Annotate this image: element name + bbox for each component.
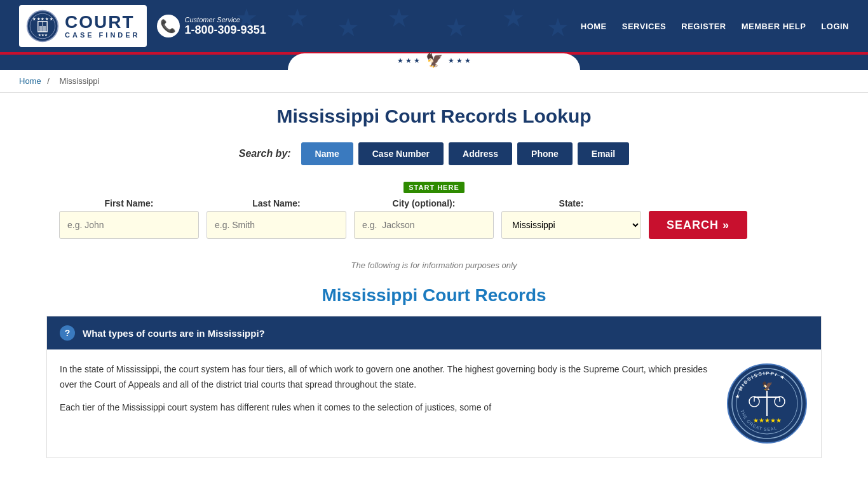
breadcrumb-home[interactable]: Home — [19, 76, 41, 86]
svg-text:★ ★ ★ ★ ★: ★ ★ ★ ★ ★ — [32, 17, 53, 21]
site-logo[interactable]: ★ ★ ★ ★ ★ ★ ★ ★ COURT CASE FINDER — [19, 5, 147, 47]
tab-address[interactable]: Address — [449, 142, 512, 165]
state-label: State: — [501, 198, 641, 208]
accordion-paragraph-2: Each tier of the Mississippi court syste… — [60, 400, 713, 416]
accordion-body-courts: In the state of Mississippi, the court s… — [47, 349, 821, 458]
bg-star-3: ★ — [337, 13, 360, 42]
state-select[interactable]: Mississippi AlabamaAlaskaArizona Arkansa… — [501, 211, 641, 239]
bg-star-5: ★ — [445, 13, 468, 42]
nav-member-help[interactable]: MEMBER HELP — [742, 22, 806, 31]
bg-star-7: ★ — [546, 13, 569, 42]
svg-text:★ ★ ★: ★ ★ ★ — [38, 33, 48, 37]
main-content: Mississippi Court Records Lookup Search … — [27, 93, 841, 471]
city-group: City (optional): — [354, 198, 494, 239]
bg-star-2: ★ — [286, 3, 309, 32]
state-group: State: Mississippi AlabamaAlaskaArizona … — [501, 198, 641, 239]
eagle-icon: 🦅 — [426, 52, 443, 69]
phone-icon: 📞 — [157, 15, 180, 37]
main-nav: HOME SERVICES REGISTER MEMBER HELP LOGIN — [581, 22, 849, 31]
tab-email[interactable]: Email — [578, 142, 629, 165]
accordion-header-courts[interactable]: ? What types of courts are in Mississipp… — [47, 316, 821, 349]
search-by-row: Search by: Name Case Number Address Phon… — [46, 142, 822, 165]
svg-rect-6 — [43, 26, 46, 32]
svg-rect-5 — [39, 26, 43, 32]
bg-star-4: ★ — [388, 3, 410, 32]
first-name-input[interactable] — [59, 211, 199, 239]
stars-right: ★ ★ ★ — [448, 57, 471, 65]
header-left: ★ ★ ★ ★ ★ ★ ★ ★ COURT CASE FINDER 📞 Cust… — [19, 5, 266, 47]
svg-text:★★★★★: ★★★★★ — [753, 417, 782, 424]
nav-login[interactable]: LOGIN — [821, 22, 849, 31]
tab-name[interactable]: Name — [301, 142, 353, 165]
mississippi-seal: ★ MISSISSIPPI ★ 🦅 ★★★★★ THE GREAT SEAL — [726, 362, 808, 445]
bg-star-6: ★ — [502, 3, 525, 32]
arch-bar: ★ ★ ★ 🦅 ★ ★ ★ — [0, 52, 868, 70]
city-input[interactable] — [354, 211, 494, 239]
accordion-paragraph-1: In the state of Mississippi, the court s… — [60, 362, 713, 393]
nav-services[interactable]: SERVICES — [622, 22, 667, 31]
svg-text:🦅: 🦅 — [762, 381, 773, 391]
eagle-stars-row: ★ ★ ★ 🦅 ★ ★ ★ — [397, 52, 470, 69]
accordion-header-text: What types of courts are in Mississippi? — [83, 328, 265, 339]
last-name-input[interactable] — [207, 211, 346, 239]
cs-label: Customer Service — [185, 16, 266, 24]
logo-court-text: COURT — [65, 13, 140, 31]
nav-register[interactable]: REGISTER — [681, 22, 726, 31]
tab-case-number[interactable]: Case Number — [358, 142, 444, 165]
accordion-item-courts: ? What types of courts are in Mississipp… — [46, 316, 822, 458]
cs-text: Customer Service 1-800-309-9351 — [185, 16, 266, 37]
search-button[interactable]: SEARCH » — [649, 211, 747, 239]
breadcrumb-separator: / — [47, 76, 50, 86]
logo-text-block: COURT CASE FINDER — [65, 13, 140, 39]
city-label: City (optional): — [354, 198, 494, 208]
tab-phone[interactable]: Phone — [517, 142, 573, 165]
question-icon: ? — [60, 325, 75, 341]
info-note: The following is for information purpose… — [46, 261, 822, 270]
last-name-group: Last Name: — [207, 198, 346, 239]
first-name-group: First Name: — [59, 198, 199, 239]
site-header: ★ ★ ★ ★ ★ ★ ★ ★ ★ ★ ★ ★ ★ ★ ★ COURT CASE… — [0, 0, 868, 52]
page-title: Mississippi Court Records Lookup — [46, 105, 822, 127]
form-fields-row: First Name: Last Name: City (optional): … — [59, 198, 809, 239]
customer-service: 📞 Customer Service 1-800-309-9351 — [157, 15, 266, 37]
start-here-badge: START HERE — [403, 182, 464, 193]
search-by-label: Search by: — [239, 148, 291, 159]
cs-phone: 1-800-309-9351 — [185, 24, 266, 36]
records-title: Mississippi Court Records — [46, 285, 822, 306]
search-form-section: START HERE First Name: Last Name: City (… — [46, 175, 822, 252]
nav-home[interactable]: HOME — [581, 22, 607, 31]
breadcrumb-current: Mississippi — [60, 76, 100, 86]
logo-case-finder-text: CASE FINDER — [65, 31, 140, 39]
first-name-label: First Name: — [59, 198, 199, 208]
breadcrumb: Home / Mississippi — [0, 70, 868, 93]
stars-left: ★ ★ ★ — [397, 57, 420, 65]
last-name-label: Last Name: — [207, 198, 346, 208]
search-section: Search by: Name Case Number Address Phon… — [46, 142, 822, 270]
accordion-body-text: In the state of Mississippi, the court s… — [60, 362, 713, 445]
logo-seal-icon: ★ ★ ★ ★ ★ ★ ★ ★ — [25, 9, 60, 43]
